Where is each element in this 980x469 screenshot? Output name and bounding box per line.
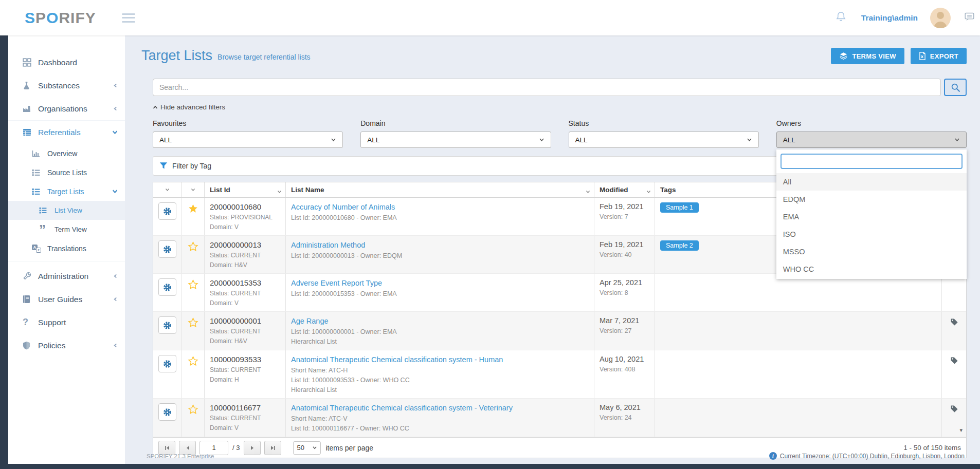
modified-date: Aug 10, 2021 (600, 355, 649, 363)
favourite-star-outline-icon[interactable] (188, 403, 198, 416)
sidebar-item-administration[interactable]: Administration (8, 265, 125, 288)
sidebar-item-source-lists[interactable]: Source Lists (8, 163, 125, 182)
row-settings-button[interactable] (158, 240, 176, 258)
dashboard-icon (23, 58, 38, 67)
table-row: 100000116677Status: CURRENTDomain: V Ana… (153, 399, 966, 437)
search-input[interactable] (153, 79, 941, 96)
sidebar-item-policies[interactable]: Policies (8, 334, 125, 357)
logo-letter: RIFY (59, 9, 96, 26)
status-line: Status: CURRENT (210, 252, 280, 259)
owners-option-all[interactable]: All (776, 173, 967, 191)
domain-line: Domain: V (210, 424, 280, 432)
row-settings-button[interactable] (158, 316, 176, 334)
list-name-link[interactable]: Age Range (291, 317, 329, 325)
gear-icon (162, 407, 172, 417)
tag-icon[interactable] (950, 318, 958, 326)
list-name-link[interactable]: Administration Method (291, 241, 365, 249)
tag-icon[interactable] (950, 405, 958, 413)
owners-dropdown-search-input[interactable] (781, 154, 963, 169)
owners-option-iso[interactable]: ISO (776, 226, 967, 243)
user-menu[interactable]: Training\admin (861, 13, 918, 23)
list-name-link[interactable]: Anatomical Therapeutic Chemical classifi… (291, 355, 503, 364)
chevron-left-icon (111, 296, 118, 302)
sidebar-item-target-lists[interactable]: Target Lists (8, 182, 125, 201)
list-name-link[interactable]: Anatomical Therapeutic Chemical classifi… (291, 404, 513, 412)
row-settings-button[interactable] (158, 278, 176, 296)
sidebar-item-term-view[interactable]: ” Term View (8, 220, 125, 239)
version-line: Version: 7 (600, 213, 649, 220)
funnel-icon (159, 162, 168, 170)
chevron-down-icon (954, 138, 960, 142)
favourite-star-outline-icon[interactable] (188, 240, 198, 253)
status-filter-group: Status ALL (569, 119, 759, 148)
version-line: Version: 40 (600, 251, 649, 258)
list-sub-line: List Id: 100000000001 - Owner: EMA (291, 328, 589, 335)
version-line: Version: 8 (600, 289, 649, 296)
top-bar: SPORIFY Training\admin (0, 0, 980, 35)
sidebar-item-substances[interactable]: Substances (8, 74, 125, 97)
list-sub-line: List Id: 200000010680 - Owner: EMA (291, 214, 589, 221)
row-settings-button[interactable] (158, 355, 176, 372)
favourite-star-filled-icon[interactable] (188, 202, 198, 215)
list-sub-line: List Id: 100000116677 - Owner: WHO CC (291, 425, 589, 432)
list-icon (32, 188, 47, 195)
row-settings-button[interactable] (158, 202, 176, 220)
owners-select[interactable]: ALL (776, 132, 967, 148)
sidebar-item-user-guides[interactable]: User Guides (8, 288, 125, 311)
favourite-star-outline-icon[interactable] (188, 316, 198, 329)
domain-select[interactable]: ALL (360, 132, 551, 148)
sidebar-item-translations[interactable]: Az Translations (8, 239, 125, 258)
favourites-select[interactable]: ALL (153, 132, 343, 148)
sort-chevron-icon (646, 190, 651, 194)
filter-by-tag-label: Filter by Tag (172, 162, 211, 170)
notifications-bell-icon[interactable] (835, 11, 847, 25)
row-settings-button[interactable] (158, 403, 176, 421)
hamburger-menu-icon[interactable] (122, 13, 135, 23)
scroll-down-arrow[interactable]: ▾ (959, 427, 963, 434)
status-line: Status: CURRENT (210, 328, 280, 335)
tag-icon[interactable] (950, 357, 958, 365)
tag-badge[interactable]: Sample 1 (660, 202, 699, 213)
sidebar-item-referentials[interactable]: Referentials (8, 121, 125, 144)
status-label: Status (569, 119, 759, 127)
favourite-star-outline-icon[interactable] (188, 278, 198, 291)
avatar[interactable] (930, 8, 951, 28)
terms-view-button[interactable]: TERMS VIEW (831, 48, 904, 64)
chat-icon[interactable] (964, 11, 975, 24)
layers-icon (839, 52, 848, 60)
owners-option-who-cc[interactable]: WHO CC (776, 260, 967, 278)
sidebar-item-overview[interactable]: Overview (8, 144, 125, 163)
owners-option-edqm[interactable]: EDQM (776, 191, 967, 208)
search-button[interactable] (944, 79, 967, 96)
list-name-link[interactable]: Adverse Event Report Type (291, 279, 382, 287)
favourite-star-outline-icon[interactable] (188, 355, 198, 368)
header-list-id[interactable]: List Id (205, 182, 286, 197)
sidebar-item-organisations[interactable]: Organisations (8, 97, 125, 120)
list-id: 200000000013 (210, 240, 280, 249)
sporify-logo[interactable]: SPORIFY (25, 9, 96, 27)
owners-option-msso[interactable]: MSSO (776, 243, 967, 260)
wrench-icon (23, 272, 38, 280)
header-actions-column[interactable] (153, 182, 182, 197)
owners-option-ema[interactable]: EMA (776, 208, 967, 226)
header-favourite-column[interactable] (182, 182, 205, 197)
flask-icon (23, 81, 38, 90)
question-icon: ? (23, 317, 38, 328)
items-per-page-value: 50 (297, 444, 304, 452)
status-select[interactable]: ALL (569, 132, 759, 148)
header-list-name[interactable]: List Name (286, 182, 594, 197)
gear-icon (162, 321, 172, 330)
sidebar-item-dashboard[interactable]: Dashboard (8, 51, 125, 74)
export-button[interactable]: EXPORT (911, 48, 967, 64)
gear-icon (162, 359, 172, 369)
hide-advanced-filters-toggle[interactable]: Hide advanced filters (153, 103, 225, 111)
tag-badge[interactable]: Sample 2 (660, 240, 699, 251)
sidebar-item-support[interactable]: ? Support (8, 311, 125, 334)
table-row: 200000015353Status: CURRENTDomain: V Adv… (153, 274, 966, 312)
sidebar-item-list-view[interactable]: List View (8, 201, 125, 220)
header-modified[interactable]: Modified (594, 182, 655, 197)
list-name-link[interactable]: Accuracy of Number of Animals (291, 203, 395, 211)
list-id: 100000000001 (210, 316, 280, 325)
gear-icon (162, 245, 172, 254)
list-id: 200000010680 (210, 202, 280, 211)
